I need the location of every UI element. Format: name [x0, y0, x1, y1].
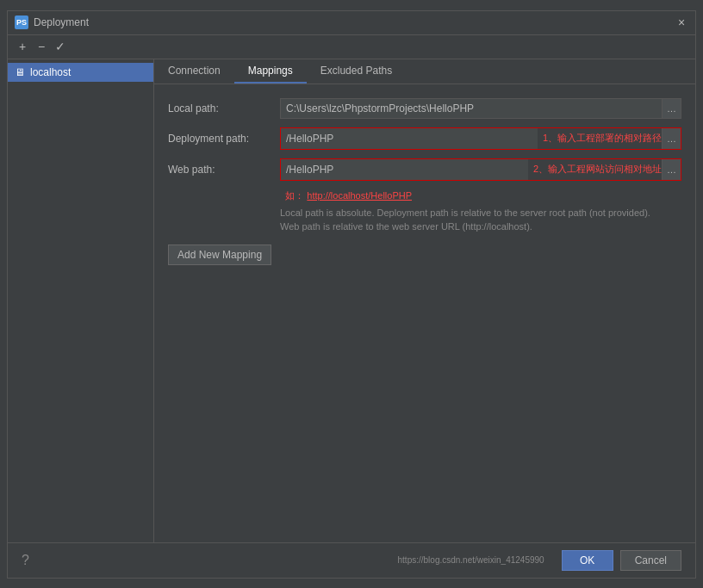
tab-mappings[interactable]: Mappings — [234, 59, 307, 84]
deployment-path-label: Deployment path: — [168, 133, 280, 145]
web-path-highlighted: 2、输入工程网站访问相对地址 … — [280, 158, 681, 181]
deployment-dialog: PS Deployment × + − ✓ 🖥 localhost Connec… — [7, 10, 696, 579]
web-path-label: Web path: — [168, 164, 280, 176]
web-path-row: Web path: 2、输入工程网站访问相对地址 … — [168, 158, 681, 181]
tabs: Connection Mappings Excluded Paths — [154, 59, 695, 84]
dialog-title: Deployment — [34, 16, 675, 28]
web-path-annotation: 2、输入工程网站访问相对地址 — [533, 163, 662, 176]
footer-right: https://blog.csdn.net/weixin_41245990 OK… — [398, 550, 681, 571]
server-icon: 🖥 — [15, 66, 25, 78]
app-icon: PS — [15, 15, 28, 29]
add-button[interactable]: + — [15, 39, 30, 54]
add-new-mapping-button[interactable]: Add New Mapping — [168, 244, 271, 265]
annotation-help-line: 如： http://localhost/HelloPHP — [280, 189, 681, 202]
cancel-button[interactable]: Cancel — [620, 550, 681, 571]
deployment-path-browse-button[interactable]: … — [662, 128, 681, 149]
mappings-tab-content: Local path: … Deployment path: 1、输入工程部署的… — [154, 84, 695, 542]
help-link[interactable]: http://localhost/HelloPHP — [307, 190, 412, 201]
local-path-input-wrap: … — [280, 98, 681, 119]
sidebar-item-label: localhost — [30, 66, 71, 78]
web-path-input[interactable] — [281, 159, 528, 180]
dialog-footer: ? https://blog.csdn.net/weixin_41245990 … — [8, 542, 695, 578]
local-path-browse-button[interactable]: … — [663, 98, 681, 119]
deployment-path-input-wrap: 1、输入工程部署的相对路径 … — [280, 127, 681, 150]
deployment-path-highlighted: 1、输入工程部署的相对路径 … — [280, 127, 681, 150]
local-path-row: Local path: … — [168, 98, 681, 119]
web-path-input-wrap: 2、输入工程网站访问相对地址 … — [280, 158, 681, 181]
sidebar: 🖥 localhost — [8, 59, 154, 542]
title-bar: PS Deployment × — [8, 11, 695, 35]
dialog-body: 🖥 localhost Connection Mappings Excluded… — [8, 59, 695, 542]
remove-button[interactable]: − — [34, 39, 49, 54]
deployment-path-input[interactable] — [281, 128, 538, 149]
sidebar-item-localhost[interactable]: 🖥 localhost — [8, 63, 153, 82]
deployment-path-row: Deployment path: 1、输入工程部署的相对路径 … — [168, 127, 681, 150]
toolbar: + − ✓ — [8, 35, 695, 59]
ok-button[interactable]: OK — [562, 550, 613, 571]
tab-excluded-paths[interactable]: Excluded Paths — [307, 59, 406, 84]
close-button[interactable]: × — [675, 15, 688, 29]
main-content: Connection Mappings Excluded Paths Local… — [154, 59, 695, 542]
local-path-label: Local path: — [168, 102, 280, 115]
local-path-input[interactable] — [280, 98, 663, 119]
help-text-2: Web path is relative to the web server U… — [280, 221, 532, 232]
deployment-annotation: 1、输入工程部署的相对路径 — [543, 132, 662, 145]
tab-connection[interactable]: Connection — [154, 59, 234, 84]
help-text-1: Local path is absolute. Deployment path … — [280, 207, 650, 218]
check-button[interactable]: ✓ — [53, 39, 68, 54]
help-text: Local path is absolute. Deployment path … — [280, 206, 681, 234]
footer-link: https://blog.csdn.net/weixin_41245990 — [398, 555, 544, 565]
web-path-browse-button[interactable]: … — [662, 159, 681, 180]
help-link-prefix: 如： — [285, 190, 304, 201]
help-icon[interactable]: ? — [22, 553, 29, 568]
